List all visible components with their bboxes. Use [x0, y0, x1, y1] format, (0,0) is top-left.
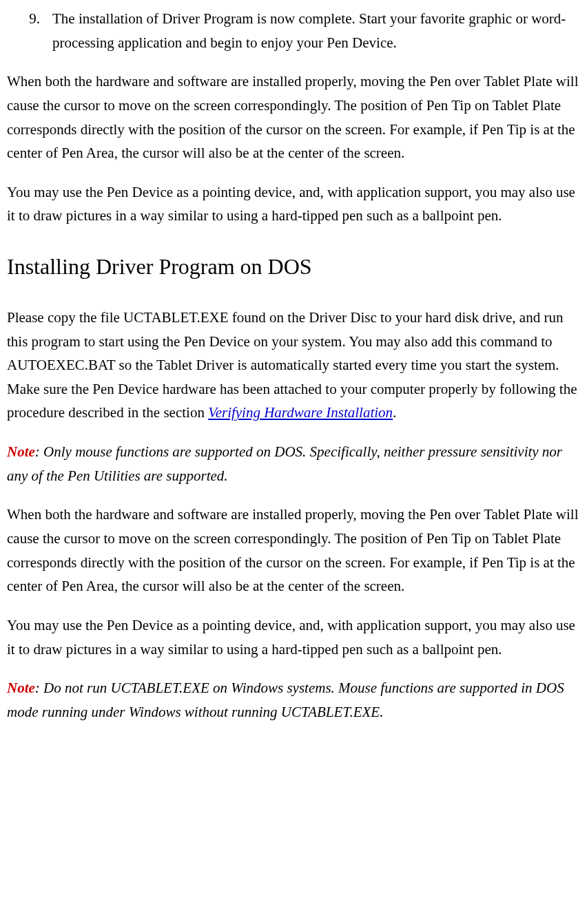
- list-number: 9.: [7, 7, 52, 54]
- link-verifying-hardware[interactable]: Verifying Hardware Installation: [208, 404, 393, 421]
- paragraph-usage-1: You may use the Pen Device as a pointing…: [7, 180, 580, 228]
- paragraph-usage-2: You may use the Pen Device as a pointing…: [7, 613, 580, 661]
- note-dos-limitations: Note: Only mouse functions are supported…: [7, 440, 580, 487]
- note-label: Note: [7, 443, 35, 460]
- paragraph-behavior-1: When both the hardware and software are …: [7, 70, 580, 165]
- note-label-2: Note: [7, 680, 35, 696]
- heading-installing-dos: Installing Driver Program on DOS: [7, 249, 580, 285]
- note-windows-warning: Note: Do not run UCTABLET.EXE on Windows…: [7, 676, 580, 724]
- list-text: The installation of Driver Program is no…: [52, 7, 580, 54]
- note2-text: : Do not run UCTABLET.EXE on Windows sys…: [7, 680, 564, 720]
- para3-post-text: .: [393, 404, 396, 421]
- note1-text: : Only mouse functions are supported on …: [7, 443, 562, 484]
- paragraph-behavior-2: When both the hardware and software are …: [7, 503, 580, 598]
- numbered-list-item: 9. The installation of Driver Program is…: [7, 7, 580, 54]
- paragraph-dos-instructions: Please copy the file UCTABLET.EXE found …: [7, 306, 580, 425]
